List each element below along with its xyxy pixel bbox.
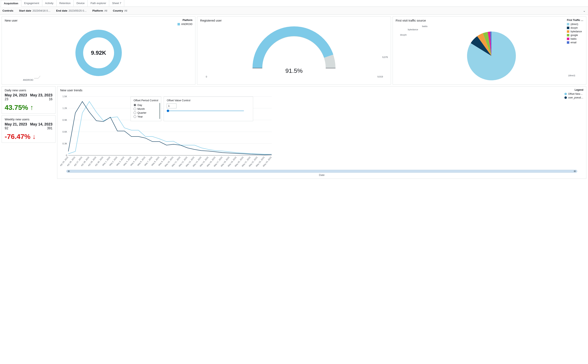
legend-title: Legend [564, 88, 583, 91]
card-title: New user trends [60, 88, 583, 92]
card-traffic-source: First visit traffic source First Traffic… [393, 16, 586, 84]
tab-acquisition[interactable]: Acquisition [1, 0, 21, 7]
gauge-current: 9,076 [382, 56, 388, 58]
offset-value-input[interactable] [167, 104, 176, 108]
kpi-date-current: May 24, 2023 [5, 93, 27, 98]
tab-engagement[interactable]: Engagement [21, 0, 42, 6]
callout-bytedance: bytedance [408, 28, 418, 31]
radio-icon [134, 115, 136, 118]
kpi-change-pct: 43.75% ↑ [5, 104, 52, 111]
callout-direct: (direct) [568, 74, 575, 77]
offset-value-control: Offset Value Control [164, 97, 253, 121]
controls-bar: Controls Start date2023/04/16 0… End dat… [0, 7, 588, 15]
card-title: New user [5, 19, 192, 22]
scrollbar-horizontal[interactable] [66, 170, 577, 173]
legend-title: Platform [177, 19, 192, 22]
offset-slider[interactable] [167, 110, 244, 111]
radio-icon [134, 108, 136, 110]
card-title: Registered user [200, 19, 388, 22]
control-header: Offset Value Control [167, 99, 250, 102]
card-title: Weekly new users [5, 117, 52, 121]
kpi-date-current: May 21, 2023 [5, 122, 27, 126]
kpi-date-prev: May 14, 2023 [30, 122, 52, 126]
radio-year[interactable]: Year [134, 115, 158, 118]
pie-chart [457, 23, 522, 82]
scrollbar-vertical[interactable] [159, 103, 160, 119]
radio-day[interactable]: Day [134, 104, 158, 107]
callout-baidu: baidu [422, 25, 427, 27]
gauge-max: 9,919 [377, 75, 383, 78]
gauge-min: 0 [206, 75, 207, 78]
callout-douyin: douyin [400, 33, 407, 36]
offset-period-control: Offset Period Control Day Month Quarter … [130, 97, 161, 121]
radio-icon [134, 111, 136, 114]
svg-text:1.2K: 1.2K [62, 107, 67, 109]
card-new-user-trends: New user trends Legend Offset New… user_… [57, 86, 586, 179]
kpi-val-prev: 391 [30, 126, 52, 130]
legend-title: First Traffic … [567, 19, 583, 22]
tab-path-explorer[interactable]: Path explorer [88, 0, 109, 6]
radio-month[interactable]: Month [134, 107, 158, 110]
card-new-user: New user Platform ANDROID 9.92K ANDROID [2, 16, 195, 84]
kpi-val-prev: 16 [30, 98, 52, 101]
kpi-val-current: 92 [5, 126, 27, 130]
svg-text:0.9K: 0.9K [62, 119, 67, 121]
filter-country[interactable]: CountryAll [113, 9, 127, 12]
donut-center-value: 9.92K [91, 50, 106, 56]
tabs-bar: Acquisition Engagement Activity Retentio… [0, 0, 588, 7]
tab-sheet7[interactable]: Sheet 7 [109, 0, 124, 6]
card-registered-user: Registered user 91.5% 0 9,919 9,076 [197, 16, 391, 84]
radio-quarter[interactable]: Quarter [134, 111, 158, 114]
card-title: Daily new users [5, 88, 52, 92]
gauge-percent: 91.5% [285, 67, 303, 74]
svg-text:0.3K: 0.3K [62, 142, 67, 145]
kpi-val-current: 23 [5, 98, 27, 101]
kpi-change-pct: -76.47% ↓ [5, 133, 52, 141]
tab-device[interactable]: Device [74, 0, 88, 6]
radio-icon [134, 104, 136, 106]
kpi-date-prev: May 23, 2023 [30, 93, 52, 98]
card-daily-new-users: Daily new users May 24, 202323 May 23, 2… [2, 86, 56, 114]
card-title: First visit traffic source [396, 19, 583, 22]
card-weekly-new-users: Weekly new users May 21, 202392 May 14, … [2, 115, 56, 143]
control-header: Offset Period Control [134, 99, 158, 102]
x-axis-title: Date [60, 174, 583, 176]
tab-activity[interactable]: Activity [42, 0, 57, 6]
filter-start-date[interactable]: Start date2023/04/16 0… [19, 9, 50, 12]
legend-item-offset[interactable]: Offset New… [564, 92, 583, 95]
tab-retention[interactable]: Retention [57, 0, 74, 6]
legend-item-user[interactable]: user_pseud… [564, 96, 583, 99]
chevron-down-icon[interactable]: ⌄ [583, 9, 586, 13]
svg-text:0.6K: 0.6K [62, 130, 67, 133]
donut-slice-label: ANDROID [23, 79, 33, 81]
controls-label: Controls [2, 9, 13, 12]
filter-end-date[interactable]: End date2023/05/25 0… [56, 9, 87, 12]
filter-platform[interactable]: PlatformAll [92, 9, 107, 12]
svg-text:1.5K: 1.5K [62, 95, 67, 98]
